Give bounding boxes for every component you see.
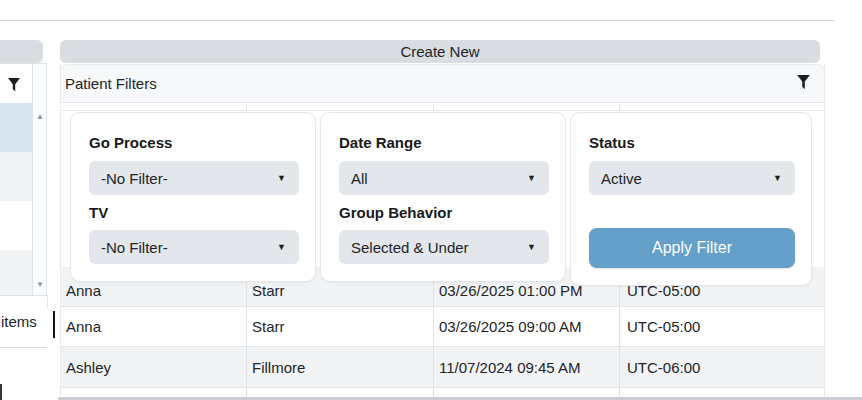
cell-first-name: Anna (61, 318, 247, 335)
cell-last-name: Fillmore (247, 359, 434, 376)
table-row[interactable]: Ashley Fillmore 11/07/2024 09:45 AM UTC-… (61, 347, 824, 388)
date-range-label: Date Range (339, 134, 422, 151)
cell-timezone: UTC-05:00 (620, 318, 824, 335)
cell-datetime: 03/26/2025 09:00 AM (434, 318, 620, 335)
filter-card-middle: Date Range All ▼ Group Behavior Selected… (320, 112, 566, 282)
sidebar-filter-icon[interactable] (8, 78, 20, 94)
sidebar-divider-stub (47, 295, 48, 308)
tv-select[interactable]: -No Filter- ▼ (89, 230, 299, 264)
filter-card-right: Status Active ▼ Apply Filter (570, 112, 812, 286)
group-behavior-label: Group Behavior (339, 204, 452, 221)
items-count-label: items (0, 296, 47, 348)
tv-value: -No Filter- (101, 239, 168, 256)
cell-last-name: Starr (247, 282, 434, 299)
cell-datetime: 11/07/2024 09:45 AM (434, 359, 620, 376)
left-toolbar-stub[interactable] (0, 40, 43, 63)
go-process-select[interactable]: -No Filter- ▼ (89, 161, 299, 195)
scroll-up-icon[interactable]: ▲ (33, 112, 47, 121)
column-tick (433, 104, 434, 110)
sidebar-scrollbar[interactable]: ▲ ▼ (33, 64, 47, 295)
scroll-down-icon[interactable]: ▼ (33, 280, 47, 289)
filter-icon[interactable] (797, 75, 810, 92)
date-range-select[interactable]: All ▼ (339, 161, 549, 195)
chevron-down-icon: ▼ (277, 242, 286, 252)
top-divider (0, 20, 834, 21)
status-label: Status (589, 134, 635, 151)
window-edge-sliver (0, 384, 2, 400)
tv-label: TV (89, 204, 108, 221)
chevron-down-icon: ▼ (773, 173, 782, 183)
text-cursor (53, 311, 55, 338)
patient-filters-header: Patient Filters (60, 64, 825, 103)
sidebar-row[interactable] (0, 201, 32, 250)
column-divider (433, 267, 434, 397)
cell-timezone: UTC-06:00 (620, 359, 824, 376)
date-range-value: All (351, 170, 368, 187)
sidebar-row-selected[interactable] (0, 103, 32, 152)
screen: Create New ▲ ▼ items Patient Filters Ann… (0, 0, 862, 400)
column-divider (246, 267, 247, 397)
panel-right-border (824, 64, 825, 397)
chevron-down-icon: ▼ (527, 173, 536, 183)
filter-card-left: Go Process -No Filter- ▼ TV -No Filter- … (70, 112, 316, 282)
column-tick (619, 104, 620, 110)
cell-first-name: Anna (61, 282, 247, 299)
group-behavior-select[interactable]: Selected & Under ▼ (339, 230, 549, 264)
column-divider (619, 267, 620, 397)
go-process-value: -No Filter- (101, 170, 168, 187)
cell-last-name: Starr (247, 318, 434, 335)
go-process-label: Go Process (89, 134, 172, 151)
apply-filter-button[interactable]: Apply Filter (589, 228, 795, 268)
table-row-partial (61, 388, 824, 397)
sidebar-row[interactable] (0, 250, 32, 295)
table-row[interactable]: Anna Starr 03/26/2025 09:00 AM UTC-05:00 (61, 307, 824, 347)
status-select[interactable]: Active ▼ (589, 161, 795, 195)
sidebar-row[interactable] (0, 152, 32, 201)
chevron-down-icon: ▼ (527, 242, 536, 252)
status-value: Active (601, 170, 642, 187)
group-behavior-value: Selected & Under (351, 239, 469, 256)
table-header-line (61, 110, 824, 111)
panel-title: Patient Filters (65, 75, 157, 92)
column-tick (246, 104, 247, 110)
create-new-button[interactable]: Create New (60, 40, 820, 63)
chevron-down-icon: ▼ (277, 173, 286, 183)
cell-first-name: Ashley (61, 359, 247, 376)
